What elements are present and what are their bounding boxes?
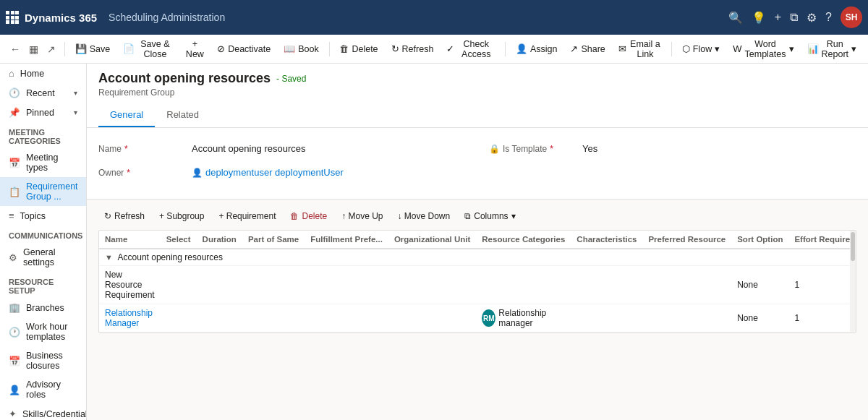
sidebar-item-business-closures[interactable]: 📅 Business closures bbox=[0, 346, 86, 375]
nav-controls: ← ▦ ↗ bbox=[6, 40, 60, 58]
save-close-button[interactable]: 📄 Save & Close bbox=[117, 36, 178, 62]
owner-label: Owner * bbox=[98, 168, 185, 178]
deactivate-button[interactable]: ⊘ Deactivate bbox=[211, 40, 276, 57]
toolbar-sep-1 bbox=[64, 42, 65, 56]
sg-requirement-button[interactable]: + Requirement bbox=[213, 208, 281, 224]
rm-label: Relationship manager bbox=[498, 308, 565, 328]
sidebar-item-topics[interactable]: ≡ Topics bbox=[0, 206, 86, 226]
section-resource-setup: Resource setup bbox=[0, 272, 86, 298]
word-templates-button[interactable]: W Word Templates ▾ bbox=[727, 36, 799, 62]
sg-refresh-button[interactable]: ↻ Refresh bbox=[98, 208, 150, 224]
sidebar-item-skills-label: Skills/Credentials bbox=[22, 409, 87, 419]
saved-badge: - Saved bbox=[276, 74, 306, 84]
group-chevron-icon: ▼ bbox=[105, 253, 113, 262]
check-access-button[interactable]: ✓ Check Access bbox=[441, 36, 501, 62]
email-link-button[interactable]: ✉ Email a Link bbox=[613, 36, 667, 62]
form-row-1: Name * Account opening resources Owner * bbox=[98, 140, 856, 187]
name-value[interactable]: Account opening resources bbox=[185, 140, 466, 158]
share-button[interactable]: ↗ Share bbox=[564, 40, 610, 57]
owner-link[interactable]: 👤 deploymentuser deploymentUser bbox=[192, 167, 459, 178]
back-button[interactable]: ← bbox=[6, 40, 25, 58]
sidebar-item-requirement-group[interactable]: 📋 Requirement Group ... bbox=[0, 177, 86, 206]
sg-move-down-label: ↓ Move Down bbox=[398, 211, 451, 221]
sidebar-item-meeting-types[interactable]: 📅 Meeting types bbox=[0, 148, 86, 177]
lightbulb-icon[interactable]: 💡 bbox=[752, 11, 766, 25]
app-layout: ⌂ Home 🕐 Recent ▾ 📌 Pinned ▾ Meeting cat… bbox=[0, 64, 868, 420]
table-row[interactable]: Relationship Manager RM Relationship man… bbox=[99, 304, 856, 333]
is-template-row: 🔒 Is Template * Yes bbox=[489, 140, 856, 158]
row2-name-link[interactable]: Relationship Manager bbox=[105, 308, 153, 328]
user-avatar[interactable]: SH bbox=[841, 7, 862, 28]
new-button[interactable]: + New bbox=[180, 36, 210, 62]
is-template-value[interactable]: Yes bbox=[576, 140, 856, 158]
search-icon[interactable]: 🔍 bbox=[728, 11, 743, 25]
module-name: Scheduling Administration bbox=[109, 12, 225, 23]
sg-columns-button[interactable]: ⧉ Columns ▾ bbox=[459, 208, 521, 224]
help-icon[interactable]: ? bbox=[825, 11, 832, 24]
topics-icon: ≡ bbox=[9, 210, 14, 221]
sg-delete-button[interactable]: 🗑 Delete bbox=[284, 208, 333, 224]
email-icon: ✉ bbox=[618, 43, 626, 54]
toolbar-sep-2 bbox=[329, 42, 330, 56]
scrollbar[interactable] bbox=[850, 231, 856, 333]
delete-button[interactable]: 🗑 Delete bbox=[333, 40, 383, 57]
subgrid-table: Name Select Duration Part of Same Fulfil… bbox=[99, 231, 856, 333]
subgrid-table-wrap: Name Select Duration Part of Same Fulfil… bbox=[98, 230, 856, 333]
open-button[interactable]: ↗ bbox=[43, 40, 60, 58]
sg-subgroup-button[interactable]: + Subgroup bbox=[153, 208, 210, 224]
plus-icon[interactable]: + bbox=[775, 11, 781, 24]
sg-move-down-button[interactable]: ↓ Move Down bbox=[392, 208, 456, 224]
sidebar-item-recent[interactable]: 🕐 Recent ▾ bbox=[0, 83, 86, 103]
run-report-button[interactable]: 📊 Run Report ▾ bbox=[801, 36, 863, 62]
owner-person-icon: 👤 bbox=[192, 168, 203, 178]
app-grid-menu[interactable] bbox=[6, 11, 19, 24]
row2-duration bbox=[197, 304, 242, 333]
row1-sort-option: None bbox=[731, 266, 788, 304]
row1-part-of-same bbox=[242, 266, 305, 304]
sidebar-item-business-closures-label: Business closures bbox=[26, 351, 77, 371]
form-col-left: Name * Account opening resources Owner * bbox=[98, 140, 466, 187]
row1-select bbox=[161, 266, 197, 304]
sidebar-item-general-settings[interactable]: ⚙ General settings bbox=[0, 243, 86, 272]
flow-button[interactable]: ⬡ Flow ▾ bbox=[676, 40, 726, 57]
layout-button[interactable]: ▦ bbox=[25, 40, 43, 58]
row1-resource-categories bbox=[476, 266, 571, 304]
sidebar-item-work-hour-templates[interactable]: 🕐 Work hour templates bbox=[0, 317, 86, 346]
sidebar-item-skills-credentials[interactable]: ✦ Skills/Credentials bbox=[0, 404, 86, 420]
sidebar-item-pinned-label: Pinned bbox=[26, 108, 54, 118]
work-hour-icon: 🕐 bbox=[9, 327, 20, 338]
row2-select bbox=[161, 304, 197, 333]
lock-icon: 🔒 bbox=[489, 144, 500, 154]
home-icon: ⌂ bbox=[9, 68, 14, 79]
form-col-right: 🔒 Is Template * Yes bbox=[489, 140, 856, 187]
save-button[interactable]: 💾 Save bbox=[69, 40, 116, 57]
sidebar-item-topics-label: Topics bbox=[20, 211, 46, 221]
share-icon: ↗ bbox=[570, 43, 578, 54]
table-row[interactable]: New Resource Requirement None 1 bbox=[99, 266, 856, 304]
new-label: + New bbox=[186, 39, 205, 59]
branches-icon: 🏢 bbox=[9, 302, 20, 313]
delete-icon: 🗑 bbox=[339, 43, 349, 54]
sidebar-item-home[interactable]: ⌂ Home bbox=[0, 64, 86, 83]
row2-part-of-same bbox=[242, 304, 305, 333]
tab-related[interactable]: Related bbox=[155, 103, 210, 127]
sg-move-up-button[interactable]: ↑ Move Up bbox=[336, 208, 388, 224]
assign-button[interactable]: 👤 Assign bbox=[510, 40, 563, 57]
command-bar: ← ▦ ↗ 💾 Save 📄 Save & Close + New ⊘ Deac… bbox=[0, 35, 868, 64]
sidebar-item-branches[interactable]: 🏢 Branches bbox=[0, 298, 86, 317]
general-settings-icon: ⚙ bbox=[9, 252, 17, 263]
delete-label: Delete bbox=[352, 44, 378, 54]
tab-general[interactable]: General bbox=[98, 103, 155, 127]
book-button[interactable]: 📖 Book bbox=[278, 40, 325, 57]
save-close-label: Save & Close bbox=[137, 39, 172, 59]
filter-icon[interactable]: ⧉ bbox=[790, 11, 798, 24]
sg-refresh-label: Refresh bbox=[114, 211, 145, 221]
refresh-button[interactable]: ↻ Refresh bbox=[386, 40, 440, 57]
sidebar-item-advisory-roles[interactable]: 👤 Advisory roles bbox=[0, 375, 86, 404]
rm-cell: RM Relationship manager bbox=[482, 308, 565, 328]
settings-icon[interactable]: ⚙ bbox=[807, 11, 817, 25]
row2-name: Relationship Manager bbox=[99, 304, 161, 333]
record-tabs: General Related bbox=[98, 103, 856, 127]
sidebar-item-pinned[interactable]: 📌 Pinned ▾ bbox=[0, 103, 86, 122]
save-label: Save bbox=[90, 44, 111, 54]
